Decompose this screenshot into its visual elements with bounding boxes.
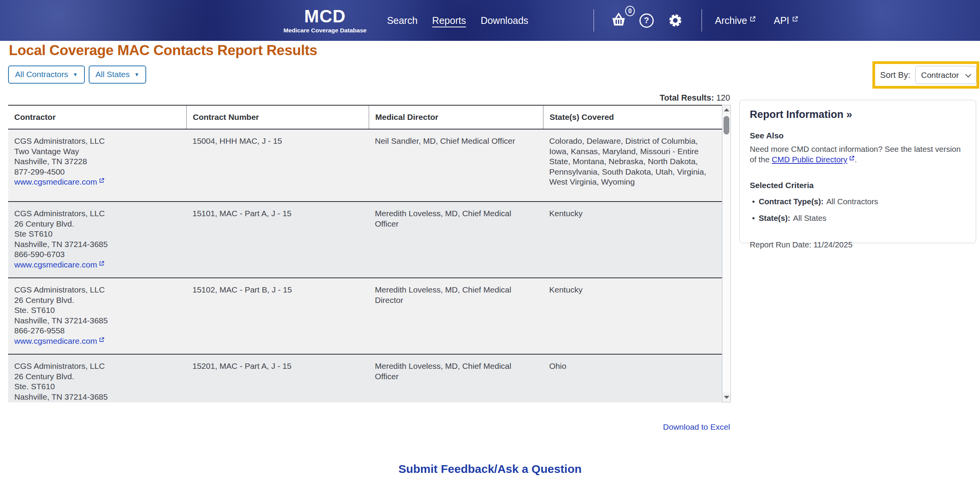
address-line: Nashville, TN 37214-3685	[14, 239, 179, 250]
external-link-icon	[749, 13, 756, 25]
table-row: CGS Administrators, LLC 26 Century Blvd.…	[8, 277, 723, 354]
see-also-heading: See Also	[750, 131, 966, 140]
criteria-item-states: • State(s):All States	[750, 213, 966, 223]
address-line: 26 Century Blvd.	[14, 372, 179, 382]
contractor-cell: CGS Administrators, LLC 26 Century Blvd.…	[8, 355, 186, 402]
website-link-label: www.cgsmedicare.com	[14, 177, 97, 187]
address-line: Nashville, TN 37214-3685	[14, 316, 179, 326]
states-covered-cell: Kentucky	[543, 278, 723, 354]
cmd-public-directory-link[interactable]: CMD Public Directory	[772, 154, 855, 165]
address-line: 26 Century Blvd.	[14, 219, 179, 229]
sort-by-highlight: Sort By: Contractor	[872, 61, 979, 89]
basket-button[interactable]: 0	[610, 12, 627, 29]
phone-number: 866-590-6703	[14, 402, 179, 402]
archive-link-label: Archive	[715, 15, 747, 26]
table-row: CGS Administrators, LLC Two Vantage Way …	[8, 129, 723, 201]
medical-director-cell: Neil Sandler, MD, Chief Medical Officer	[369, 129, 543, 201]
contractor-cell: CGS Administrators, LLC 26 Century Blvd.…	[8, 278, 186, 354]
all-states-dropdown[interactable]: All States ▼	[89, 66, 147, 84]
all-states-label: All States	[96, 70, 130, 79]
all-contractors-dropdown[interactable]: All Contractors ▼	[8, 66, 85, 84]
contractor-name: CGS Administrators, LLC	[14, 361, 179, 372]
criteria-label: State(s):	[759, 214, 790, 222]
caret-down-icon: ▼	[134, 72, 139, 77]
sort-by-select[interactable]: Contractor	[915, 66, 977, 84]
scrollbar-down-arrow[interactable]	[722, 393, 730, 402]
criteria-value: All States	[793, 214, 827, 222]
basket-icon	[610, 22, 627, 29]
medical-director-cell: Meredith Loveless, MD, Chief Medical Dir…	[369, 278, 543, 354]
contract-number-cell: 15102, MAC - Part B, J - 15	[186, 278, 369, 354]
table-header-row: Contractor Contract Number Medical Direc…	[8, 106, 723, 129]
contractor-name: CGS Administrators, LLC	[14, 209, 179, 219]
total-results-label: Total Results:	[660, 93, 714, 103]
triangle-up-icon	[724, 108, 729, 111]
sort-by-label: Sort By:	[880, 70, 910, 80]
address-line: 26 Century Blvd.	[14, 295, 179, 306]
contract-number-cell: 15201, MAC - Part A, J - 15	[186, 355, 369, 402]
criteria-item-contract-type: • Contract Type(s):All Contractors	[750, 196, 966, 207]
all-contractors-label: All Contractors	[15, 70, 68, 79]
website-link[interactable]: www.cgsmedicare.com	[14, 336, 105, 346]
download-to-excel-row: Download to Excel	[8, 422, 730, 432]
nav-search[interactable]: Search	[387, 15, 417, 26]
see-also-suffix: .	[855, 155, 857, 164]
download-to-excel-link[interactable]: Download to Excel	[663, 422, 730, 431]
phone-number: 877-299-4500	[14, 167, 179, 177]
address-line: Nashville, TN 37228	[14, 156, 179, 167]
header-icon-group: 0 ?	[605, 12, 690, 29]
states-covered-cell: Kentucky	[543, 202, 723, 277]
external-link-icon	[99, 259, 105, 269]
column-header-states-covered: State(s) Covered	[543, 106, 723, 129]
contract-number-cell: 15101, MAC - Part A, J - 15	[186, 202, 369, 277]
nav-downloads[interactable]: Downloads	[481, 15, 528, 26]
table-row: CGS Administrators, LLC 26 Century Blvd.…	[8, 201, 723, 277]
header-inner: MCD Medicare Coverage Database Search Re…	[283, 0, 798, 41]
external-link-icon	[99, 176, 105, 186]
scrollbar-up-arrow[interactable]	[722, 105, 730, 114]
nav-reports[interactable]: Reports	[432, 15, 466, 26]
scrollbar-thumb[interactable]	[724, 116, 729, 135]
address-line: Ste. ST610	[14, 382, 179, 392]
results-table: Contractor Contract Number Medical Direc…	[8, 105, 723, 402]
header-divider	[702, 9, 702, 32]
archive-link[interactable]: Archive	[715, 15, 756, 26]
mcd-logo-text: MCD	[304, 7, 346, 25]
website-link-label: www.cgsmedicare.com	[14, 260, 97, 270]
medical-director-cell: Meredith Loveless, MD, Chief Medical Off…	[369, 355, 543, 402]
total-results-value: 120	[716, 93, 730, 103]
mcd-logo-subtitle: Medicare Coverage Database	[283, 27, 366, 34]
bullet-icon: •	[752, 213, 755, 223]
api-link[interactable]: API	[774, 15, 798, 26]
header-divider	[594, 9, 594, 32]
site-header: MCD Medicare Coverage Database Search Re…	[0, 0, 980, 41]
website-link[interactable]: www.cgsmedicare.com	[14, 260, 105, 270]
filter-bar: All Contractors ▼ All States ▼	[8, 66, 146, 84]
column-header-medical-director: Medical Director	[369, 106, 543, 129]
contractor-cell: CGS Administrators, LLC 26 Century Blvd.…	[8, 202, 186, 277]
selected-criteria-heading: Selected Criteria	[750, 181, 966, 190]
api-link-label: API	[774, 15, 789, 26]
address-line: Two Vantage Way	[14, 146, 179, 157]
address-line: Ste ST610	[14, 229, 179, 239]
criteria-label: Contract Type(s):	[759, 197, 823, 206]
report-information-heading[interactable]: Report Information »	[750, 109, 966, 121]
external-link-icon	[849, 153, 855, 163]
column-header-contract-number: Contract Number	[186, 106, 369, 129]
phone-number: 866-590-6703	[14, 249, 179, 260]
help-icon[interactable]: ?	[639, 13, 654, 28]
contractor-name: CGS Administrators, LLC	[14, 285, 179, 295]
chevron-down-icon	[965, 72, 972, 78]
gear-icon[interactable]	[668, 13, 683, 28]
states-covered-cell: Colorado, Delaware, District of Columbia…	[543, 129, 723, 201]
table-scrollbar[interactable]	[722, 105, 731, 402]
website-link[interactable]: www.cgsmedicare.com	[14, 177, 105, 187]
mcd-logo[interactable]: MCD Medicare Coverage Database	[283, 7, 366, 34]
sort-by-value: Contractor	[921, 71, 959, 80]
address-line: Nashville, TN 37214-3685	[14, 392, 179, 402]
submit-feedback-link[interactable]: Submit Feedback/Ask a Question	[398, 462, 582, 475]
external-link-icon	[99, 335, 105, 345]
feedback-row: Submit Feedback/Ask a Question	[0, 462, 980, 476]
page-title: Local Coverage MAC Contacts Report Resul…	[9, 42, 317, 59]
contractor-cell: CGS Administrators, LLC Two Vantage Way …	[8, 129, 186, 201]
